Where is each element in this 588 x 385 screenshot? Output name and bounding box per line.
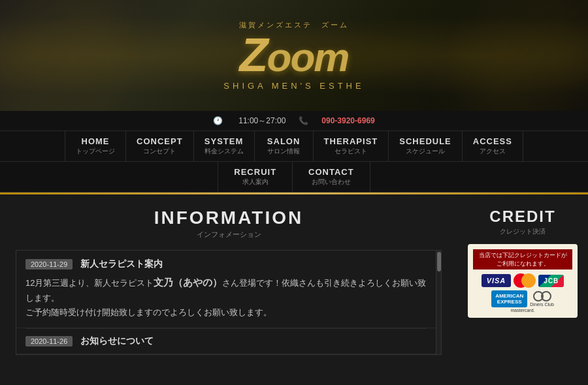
- diners-circle-right: [541, 291, 551, 301]
- info-date-2: 2020-11-26: [25, 336, 73, 346]
- jcb-logo: JCB: [538, 275, 564, 287]
- info-body-prefix: 12月第三週より、新人セラピスト: [25, 278, 154, 288]
- info-date-1: 2020-11-29: [25, 259, 73, 270]
- navigation: HOME トップページ CONCEPT コンセプト SYSTEM 料金システム …: [0, 131, 588, 192]
- logo-oom: oom: [267, 35, 349, 80]
- diners-logo: Diners Club: [530, 291, 554, 307]
- nav-recruit-jp: 求人案内: [242, 177, 269, 187]
- visa-logo: VISA: [482, 274, 512, 287]
- nav-home-en: HOME: [82, 136, 110, 146]
- clock-icon: 🕐: [213, 116, 223, 125]
- nav-therapist-jp: セラピスト: [335, 147, 367, 156]
- nav-schedule-en: SCHEDULE: [399, 136, 451, 146]
- nav-item-home[interactable]: HOME トップページ: [65, 131, 126, 161]
- nav-concept-en: CONCEPT: [137, 136, 183, 146]
- nav-access-jp: アクセス: [480, 147, 506, 156]
- info-bar: 🕐 11:00～27:00 📞 090-3920-6969: [0, 111, 588, 131]
- scroll-thumb[interactable]: [437, 252, 441, 271]
- nav-contact-jp: お問い合わせ: [312, 177, 351, 187]
- phone-icon: 📞: [299, 116, 308, 125]
- info-item-2-header: 2020-11-26 お知らせについて: [25, 335, 427, 347]
- info-scroll-wrapper: 2020-11-29 新人セラピスト案内 12月第三週より、新人セラピスト文乃（…: [16, 250, 442, 355]
- nav-item-system[interactable]: SYSTEM 料金システム: [194, 131, 255, 161]
- mastercard-logo: [514, 273, 536, 288]
- nav-system-jp: 料金システム: [204, 147, 244, 156]
- nav-item-schedule[interactable]: SCHEDULE スケジュール: [389, 131, 463, 161]
- nav-item-salon[interactable]: SALON サロン情報: [255, 131, 314, 161]
- nav-item-therapist[interactable]: THERAPIST セラピスト: [314, 131, 389, 161]
- card-logos: VISA JCB AMERICANEXPRESS Diners Club: [473, 273, 572, 307]
- site-logo: Zoom: [240, 31, 349, 78]
- credit-title: CREDIT クレジット決済: [468, 208, 578, 236]
- nav-salon-en: SALON: [267, 136, 301, 146]
- nav-access-en: ACCESS: [473, 136, 512, 146]
- mc-circle-orange: [521, 273, 536, 288]
- nav-home-jp: トップページ: [76, 147, 115, 156]
- logo-z: Z: [240, 29, 267, 81]
- section-title-information: INFORMATION インフォメーション: [16, 208, 442, 239]
- credit-card-box: 当店では下記クレジットカードがご利用になれます。 VISA JCB AMERIC…: [468, 244, 578, 318]
- nav-item-contact[interactable]: CONTACT お問い合わせ: [293, 162, 370, 192]
- info-body-highlight: 文乃（あやの）: [154, 277, 222, 288]
- nav-schedule-jp: スケジュール: [406, 147, 445, 156]
- diners-text: Diners Club: [530, 302, 554, 307]
- nav-item-concept[interactable]: CONCEPT コンセプト: [126, 131, 194, 161]
- phone-number: 090-3920-6969: [321, 116, 374, 125]
- info-title-1: 新人セラピスト案内: [80, 258, 163, 270]
- main-content: INFORMATION インフォメーション 2020-11-29 新人セラピスト…: [0, 194, 457, 385]
- nav-item-access[interactable]: ACCESS アクセス: [463, 131, 523, 161]
- nav-item-recruit[interactable]: RECRUIT 求人案内: [218, 162, 293, 192]
- mc-subtext: mastercard.: [473, 308, 572, 313]
- nav-row-2: RECRUIT 求人案内 CONTACT お問い合わせ: [0, 161, 588, 192]
- info-scroll-content: 2020-11-29 新人セラピスト案内 12月第三週より、新人セラピスト文乃（…: [16, 251, 436, 354]
- nav-row-1: HOME トップページ CONCEPT コンセプト SYSTEM 料金システム …: [0, 131, 588, 161]
- section-title-en: INFORMATION: [16, 208, 442, 228]
- diners-circles: [533, 291, 551, 301]
- info-item-1: 2020-11-29 新人セラピスト案内 12月第三週より、新人セラピスト文乃（…: [16, 251, 436, 328]
- info-body-1: 12月第三週より、新人セラピスト文乃（あやの）さん登場です！依織さんも引き続きよ…: [25, 274, 427, 320]
- sidebar: CREDIT クレジット決済 当店では下記クレジットカードがご利用になれます。 …: [457, 194, 588, 385]
- nav-salon-jp: サロン情報: [267, 147, 300, 156]
- scrollbar[interactable]: [436, 251, 441, 354]
- nav-recruit-en: RECRUIT: [234, 167, 276, 177]
- header-tagline: SHIGA MEN'S ESTHE: [223, 81, 364, 91]
- credit-title-en: CREDIT: [468, 208, 578, 226]
- nav-therapist-en: THERAPIST: [324, 136, 378, 146]
- mc-circles: [514, 273, 536, 288]
- info-title-2: お知らせについて: [80, 335, 154, 347]
- credit-title-jp: クレジット決済: [468, 227, 578, 236]
- business-hours: 11:00～27:00: [238, 116, 286, 127]
- info-item-2: 2020-11-26 お知らせについて: [16, 329, 436, 354]
- info-item-1-header: 2020-11-29 新人セラピスト案内: [25, 258, 427, 270]
- credit-card-header: 当店では下記クレジットカードがご利用になれます。: [473, 249, 572, 270]
- content-area: INFORMATION インフォメーション 2020-11-29 新人セラピスト…: [0, 194, 588, 385]
- amex-logo: AMERICANEXPRESS: [491, 290, 527, 307]
- section-title-jp: インフォメーション: [16, 230, 442, 239]
- nav-system-en: SYSTEM: [204, 136, 243, 146]
- header: 滋賀メンズエステ ズーム Zoom SHIGA MEN'S ESTHE: [0, 0, 588, 111]
- nav-concept-jp: コンセプト: [143, 147, 176, 156]
- nav-contact-en: CONTACT: [308, 167, 354, 177]
